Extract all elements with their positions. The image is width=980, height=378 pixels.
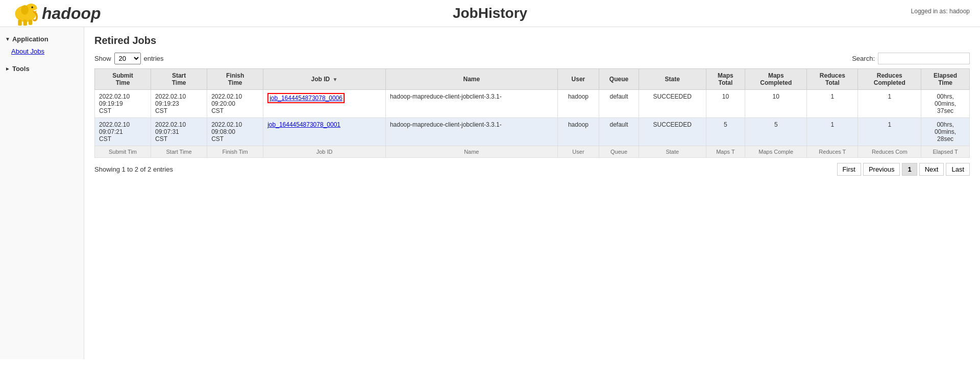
job-id-link-1[interactable]: job_1644454873078_0006 <box>270 94 342 102</box>
logo-area: hadoop <box>10 0 101 28</box>
footer-col-start: Start Time <box>151 146 207 158</box>
entries-select[interactable]: 20 10 25 50 100 <box>114 53 141 64</box>
page-header: hadoop JobHistory Logged in as: hadoop <box>0 0 980 27</box>
svg-point-3 <box>31 6 33 8</box>
svg-rect-4 <box>18 19 21 26</box>
footer-col-submit: Submit Tim <box>95 146 151 158</box>
cell-finish-time-1: 2022.02.1009:20:00CST <box>207 90 263 118</box>
cell-reduces-total-1: 1 <box>807 90 858 118</box>
cell-state-1: SUCCEEDED <box>639 90 706 118</box>
main-layout: ▼ Application About Jobs ► Tools Retired… <box>0 27 980 359</box>
cell-reduces-completed-1: 1 <box>858 90 921 118</box>
cell-submit-time-2: 2022.02.1009:07:21CST <box>95 118 151 146</box>
cell-submit-time-1: 2022.02.1009:19:19CST <box>95 90 151 118</box>
sidebar: ▼ Application About Jobs ► Tools <box>0 27 84 359</box>
sidebar-tools-header[interactable]: ► Tools <box>0 62 84 76</box>
col-start-time: StartTime <box>151 69 207 90</box>
col-finish-time: FinishTime <box>207 69 263 90</box>
cell-maps-total-2: 5 <box>706 118 745 146</box>
col-submit-time: SubmitTime <box>95 69 151 90</box>
tools-arrow-icon: ► <box>5 66 10 72</box>
table-header-row: SubmitTime StartTime FinishTime Job ID ▼… <box>95 69 970 90</box>
job-id-link-2[interactable]: job_1644454873078_0001 <box>267 121 340 128</box>
table-footer: Showing 1 to 2 of 2 entries First Previo… <box>94 163 970 176</box>
col-reduces-completed: ReducesCompleted <box>858 69 921 90</box>
pagination-last[interactable]: Last <box>946 163 970 176</box>
cell-reduces-total-2: 1 <box>807 118 858 146</box>
cell-user-2: hadoop <box>557 118 599 146</box>
sidebar-application-header[interactable]: ▼ Application <box>0 32 84 46</box>
cell-queue-2: default <box>599 118 639 146</box>
col-state: State <box>639 69 706 90</box>
search-label: Search: <box>852 55 875 62</box>
pagination-next[interactable]: Next <box>919 163 944 176</box>
sidebar-application-label: Application <box>12 35 48 43</box>
cell-user-1: hadoop <box>557 90 599 118</box>
hadoop-logo-icon <box>10 0 41 28</box>
section-title: Retired Jobs <box>94 35 970 46</box>
cell-start-time-2: 2022.02.1009:07:31CST <box>151 118 207 146</box>
col-maps-completed: MapsCompleted <box>745 69 807 90</box>
svg-rect-6 <box>29 19 32 25</box>
show-entries-control: Show 20 10 25 50 100 entries <box>94 53 164 64</box>
cell-job-id-1: job_1644454873078_0006 <box>263 90 386 118</box>
footer-col-reduc: Reduces Com <box>858 146 921 158</box>
footer-col-mapsc: Maps Comple <box>745 146 807 158</box>
cell-elapsed-1: 00hrs,00mins,37sec <box>921 90 970 118</box>
logged-in-text: Logged in as: hadoop <box>911 8 970 15</box>
sidebar-item-about-jobs[interactable]: About Jobs <box>0 46 84 57</box>
cell-reduces-completed-2: 1 <box>858 118 921 146</box>
entries-label: entries <box>144 55 164 62</box>
footer-col-elapsed: Elapsed T <box>921 146 970 158</box>
footer-col-user: User <box>557 146 599 158</box>
cell-name-1: hadoop-mapreduce-client-jobclient-3.3.1- <box>385 90 557 118</box>
table-row: 2022.02.1009:19:19CST 2022.02.1009:19:23… <box>95 90 970 118</box>
footer-col-redut: Reduces T <box>807 146 858 158</box>
cell-state-2: SUCCEEDED <box>639 118 706 146</box>
application-arrow-icon: ▼ <box>5 36 10 42</box>
cell-start-time-1: 2022.02.1009:19:23CST <box>151 90 207 118</box>
col-maps-total: MapsTotal <box>706 69 745 90</box>
col-user: User <box>557 69 599 90</box>
svg-point-2 <box>21 5 29 15</box>
table-body: 2022.02.1009:19:19CST 2022.02.1009:19:23… <box>95 90 970 146</box>
jobs-table: SubmitTime StartTime FinishTime Job ID ▼… <box>94 68 970 158</box>
logo-text: hadoop <box>42 4 101 23</box>
col-name: Name <box>385 69 557 90</box>
sidebar-tools-label: Tools <box>12 65 30 73</box>
col-job-id[interactable]: Job ID ▼ <box>263 69 386 90</box>
show-label: Show <box>94 55 111 62</box>
cell-maps-completed-2: 5 <box>745 118 807 146</box>
sidebar-tools-section: ► Tools <box>0 62 84 76</box>
cell-maps-total-1: 10 <box>706 90 745 118</box>
page-title: JobHistory <box>453 5 527 21</box>
pagination: First Previous 1 Next Last <box>837 163 970 176</box>
pagination-previous[interactable]: Previous <box>863 163 900 176</box>
cell-elapsed-2: 00hrs,00mins,28sec <box>921 118 970 146</box>
footer-col-state: State <box>639 146 706 158</box>
cell-name-2: hadoop-mapreduce-client-jobclient-3.3.1- <box>385 118 557 146</box>
search-input[interactable] <box>878 53 970 64</box>
table-row: 2022.02.1009:07:21CST 2022.02.1009:07:31… <box>95 118 970 146</box>
table-footer-row: Submit Tim Start Time Finish Tim Job ID … <box>95 146 970 158</box>
footer-col-queue: Queue <box>599 146 639 158</box>
showing-text: Showing 1 to 2 of 2 entries <box>94 166 173 173</box>
cell-finish-time-2: 2022.02.1009:08:00CST <box>207 118 263 146</box>
job-id-link-highlighted[interactable]: job_1644454873078_0006 <box>267 93 345 103</box>
footer-col-finish: Finish Tim <box>207 146 263 158</box>
col-reduces-total: ReducesTotal <box>807 69 858 90</box>
cell-job-id-2: job_1644454873078_0001 <box>263 118 386 146</box>
cell-queue-1: default <box>599 90 639 118</box>
col-queue: Queue <box>599 69 639 90</box>
col-elapsed-time: ElapsedTime <box>921 69 970 90</box>
footer-col-mapst: Maps T <box>706 146 745 158</box>
search-area: Search: <box>852 53 970 64</box>
job-id-sort-icon: ▼ <box>333 77 338 82</box>
content-area: Retired Jobs Show 20 10 25 50 100 entrie… <box>84 27 980 359</box>
pagination-first[interactable]: First <box>837 163 861 176</box>
table-controls: Show 20 10 25 50 100 entries Search: <box>94 53 970 64</box>
pagination-page-1[interactable]: 1 <box>902 163 917 176</box>
svg-rect-5 <box>23 19 27 26</box>
footer-col-jobid: Job ID <box>263 146 386 158</box>
footer-col-name: Name <box>385 146 557 158</box>
